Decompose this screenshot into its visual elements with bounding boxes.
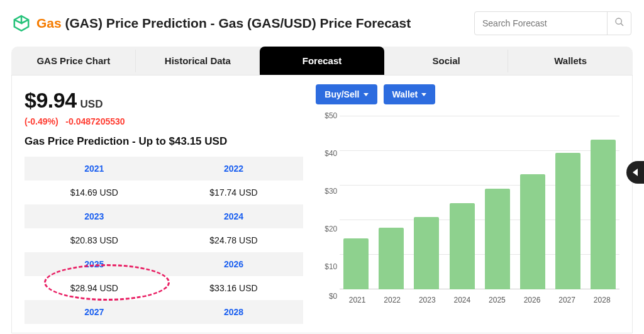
x-tick: 2026 — [514, 296, 550, 304]
chart-bar — [591, 140, 616, 289]
y-tick: $20 — [316, 225, 337, 233]
tab-forecast[interactable]: Forecast — [260, 47, 384, 75]
year-cell[interactable]: 2025 — [25, 252, 164, 276]
search-box[interactable] — [474, 11, 631, 35]
chart-bar — [414, 217, 439, 289]
svg-point-1 — [616, 18, 621, 24]
price-currency: USD — [80, 98, 103, 111]
change-absolute: -0.0487205530 — [65, 116, 125, 126]
x-tick: 2023 — [409, 296, 445, 304]
value-cell: $20.83 USD — [25, 228, 164, 252]
year-cell[interactable]: 2022 — [164, 157, 304, 181]
triangle-left-icon — [633, 169, 638, 176]
tab-wallets[interactable]: Wallets — [508, 47, 633, 75]
chart-bar — [343, 238, 369, 289]
year-cell[interactable]: 2027 — [25, 300, 164, 324]
value-cell: $24.78 USD — [164, 228, 304, 252]
caret-down-icon — [364, 93, 369, 96]
change-percent: (-0.49%) — [25, 116, 58, 126]
year-cell[interactable]: 2024 — [164, 204, 304, 228]
price-amount: $9.94 — [25, 88, 77, 113]
tab-price-chart[interactable]: GAS Price Chart — [11, 47, 136, 75]
chart-x-labels: 20212022202320242025202620272028 — [340, 296, 619, 304]
svg-line-2 — [621, 23, 623, 26]
cube-logo-icon — [13, 14, 30, 32]
chart-bar — [520, 174, 545, 289]
year-cell[interactable]: 2026 — [164, 252, 304, 276]
y-tick: $40 — [316, 149, 337, 158]
tab-bar: GAS Price Chart Historical Data Forecast… — [11, 47, 633, 75]
chart-bar — [485, 189, 510, 289]
x-tick: 2025 — [480, 296, 515, 304]
year-cell[interactable]: 2021 — [25, 157, 164, 181]
x-tick: 2027 — [550, 296, 585, 304]
x-tick: 2022 — [375, 296, 410, 304]
y-tick: $50 — [316, 111, 337, 120]
coin-name: Gas — [36, 16, 62, 30]
y-tick: $30 — [316, 187, 337, 196]
current-price: $9.94 USD — [25, 88, 303, 113]
caret-down-icon — [421, 93, 426, 96]
y-tick: $10 — [316, 262, 337, 271]
chart-bar — [555, 153, 580, 289]
y-tick: $0 — [316, 292, 337, 301]
search-button[interactable] — [607, 11, 631, 35]
value-cell: $17.74 USD — [164, 181, 304, 204]
chart-bar — [379, 228, 404, 289]
chart-bar — [450, 203, 475, 289]
search-icon — [614, 17, 625, 30]
prediction-heading: Gas Price Prediction - Up to $43.15 USD — [25, 135, 303, 148]
forecast-chart: $50 $40 $30 $20 $10 $0 20212022202320242… — [316, 116, 623, 304]
x-tick: 2024 — [445, 296, 480, 304]
side-drawer-button[interactable] — [626, 161, 644, 184]
title-rest: (GAS) Price Prediction - Gas (GAS/USD) P… — [65, 16, 411, 30]
value-cell: $28.94 USD — [25, 276, 164, 300]
year-cell[interactable]: 2028 — [164, 300, 304, 324]
wallet-button[interactable]: Wallet — [384, 84, 436, 104]
x-tick: 2021 — [340, 296, 375, 304]
year-cell[interactable]: 2023 — [25, 204, 164, 228]
prediction-table: 2021 2022 $14.69 USD $17.74 USD 2023 202… — [25, 157, 303, 324]
price-change: (-0.49%) -0.0487205530 — [25, 116, 303, 126]
search-input[interactable] — [475, 18, 607, 28]
tab-social[interactable]: Social — [384, 47, 509, 75]
buy-sell-button[interactable]: Buy/Sell — [316, 84, 377, 104]
x-tick: 2028 — [584, 296, 619, 304]
page-title: Gas (GAS) Price Prediction - Gas (GAS/US… — [36, 16, 474, 31]
chart-bars — [340, 116, 619, 289]
tab-historical-data[interactable]: Historical Data — [136, 47, 260, 75]
value-cell: $33.16 USD — [164, 276, 304, 300]
value-cell: $14.69 USD — [25, 181, 164, 204]
